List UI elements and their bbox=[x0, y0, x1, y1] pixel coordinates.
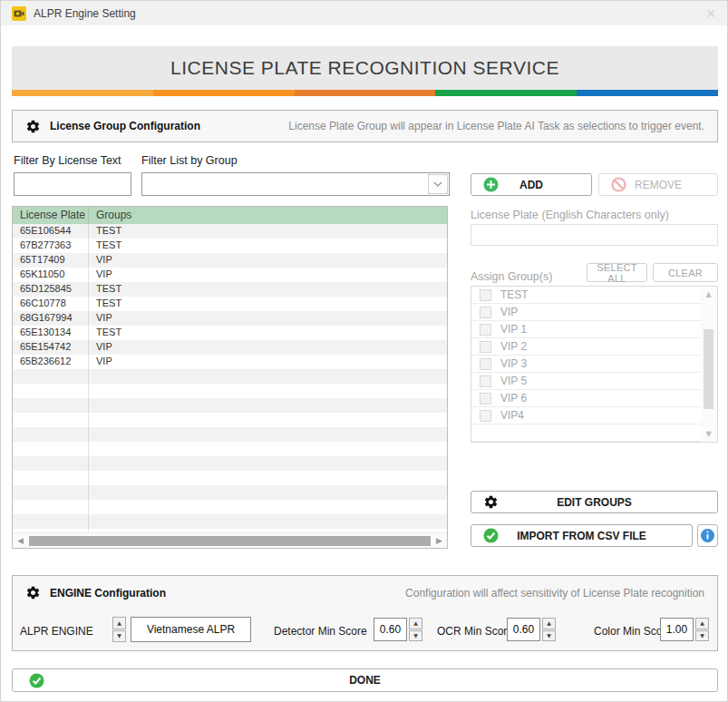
spinner-down-icon[interactable]: ▼ bbox=[695, 630, 709, 642]
add-button[interactable]: ADD bbox=[471, 173, 592, 196]
vertical-scrollbar[interactable]: ▲ ▼ bbox=[701, 288, 716, 441]
checkbox-icon[interactable] bbox=[480, 410, 491, 422]
scroll-left-icon[interactable]: ◀ bbox=[15, 536, 25, 545]
table-row[interactable] bbox=[13, 398, 447, 413]
table-row[interactable] bbox=[13, 427, 447, 442]
spinner-down-icon[interactable]: ▼ bbox=[112, 630, 126, 643]
group-option[interactable]: VIP 6 bbox=[471, 390, 701, 407]
engine-section-header: ENGINE Configuration Configuration will … bbox=[13, 576, 717, 600]
filter-group-dropdown[interactable] bbox=[141, 172, 450, 196]
edit-groups-button[interactable]: EDIT GROUPS bbox=[471, 491, 718, 513]
table-row[interactable]: 65B236612VIP bbox=[13, 355, 447, 369]
remove-button-label: REMOVE bbox=[635, 179, 682, 191]
cell-license-plate bbox=[13, 384, 89, 398]
cell-license-plate bbox=[13, 500, 89, 514]
scrollbar-thumb[interactable] bbox=[29, 536, 431, 546]
spinner-up-icon[interactable]: ▲ bbox=[112, 617, 126, 629]
group-option[interactable]: VIP 2 bbox=[471, 338, 701, 356]
spinner-up-icon[interactable]: ▲ bbox=[695, 618, 709, 629]
info-button[interactable] bbox=[697, 524, 718, 547]
table-row[interactable] bbox=[13, 471, 447, 485]
table-row[interactable]: 65D125845TEST bbox=[13, 282, 447, 297]
scroll-down-icon[interactable]: ▼ bbox=[701, 430, 716, 438]
group-option-label: VIP 1 bbox=[500, 323, 527, 336]
cell-license-plate bbox=[13, 471, 89, 485]
table-row[interactable]: 66C10778TEST bbox=[13, 297, 447, 311]
table-row[interactable]: 65E106544TEST bbox=[13, 224, 447, 239]
cell-license-plate: 65E106544 bbox=[13, 224, 89, 239]
table-row[interactable] bbox=[13, 456, 447, 471]
horizontal-scrollbar[interactable]: ◀ ▶ bbox=[13, 532, 447, 548]
assign-groups-list[interactable]: TESTVIPVIP 1VIP 2VIP 3VIP 5VIP 6VIP4 ▲ ▼ bbox=[471, 286, 718, 443]
license-plate-input[interactable] bbox=[471, 224, 718, 246]
done-button[interactable]: DONE bbox=[12, 668, 718, 692]
alpr-engine-value[interactable]: Vietnamese ALPR bbox=[131, 617, 251, 642]
cell-license-plate bbox=[13, 398, 89, 413]
detector-min-score-value[interactable]: 0.60 bbox=[374, 618, 407, 641]
checkbox-icon[interactable] bbox=[480, 289, 491, 301]
group-option[interactable]: VIP 5 bbox=[471, 373, 701, 390]
spinner-down-icon[interactable]: ▼ bbox=[542, 630, 556, 642]
gear-icon bbox=[25, 585, 41, 600]
table-row[interactable] bbox=[13, 514, 447, 529]
scroll-right-icon[interactable]: ▶ bbox=[434, 536, 444, 545]
table-row[interactable] bbox=[13, 369, 447, 384]
spinner-up-icon[interactable]: ▲ bbox=[542, 618, 556, 629]
cell-groups bbox=[89, 384, 447, 398]
cell-license-plate: 65D125845 bbox=[13, 282, 89, 297]
ocr-min-score-text: 0.60 bbox=[513, 623, 534, 636]
section-title: License Group Configuration bbox=[50, 120, 200, 132]
cell-groups: TEST bbox=[89, 282, 447, 297]
import-csv-label: IMPORT FROM CSV FILE bbox=[517, 530, 646, 542]
add-button-label: ADD bbox=[519, 179, 543, 191]
import-csv-button[interactable]: IMPORT FROM CSV FILE bbox=[471, 524, 693, 547]
table-row[interactable] bbox=[13, 413, 447, 427]
checkbox-icon[interactable] bbox=[480, 307, 491, 318]
cell-groups: VIP bbox=[89, 253, 447, 268]
scrollbar-thumb[interactable] bbox=[704, 329, 713, 409]
table-row[interactable]: 65T17409VIP bbox=[13, 253, 447, 268]
clear-button[interactable]: CLEAR bbox=[653, 263, 718, 282]
table-row[interactable] bbox=[13, 500, 447, 514]
license-plate-table[interactable]: License Plate Groups 65E106544TEST67B277… bbox=[12, 206, 448, 549]
table-row[interactable] bbox=[13, 384, 447, 398]
checkbox-icon[interactable] bbox=[480, 324, 491, 336]
table-row[interactable]: 67B277363TEST bbox=[13, 239, 447, 253]
table-row[interactable]: 65K11050VIP bbox=[13, 268, 447, 282]
filter-text-input[interactable] bbox=[14, 172, 131, 196]
titlebar: ALPR Engine Setting ✕ bbox=[1, 1, 727, 25]
cell-groups: VIP bbox=[89, 268, 447, 282]
column-header-license-plate[interactable]: License Plate bbox=[13, 207, 89, 224]
color-min-score-value[interactable]: 1.00 bbox=[660, 618, 694, 641]
checkbox-icon[interactable] bbox=[480, 393, 491, 405]
remove-button[interactable]: REMOVE bbox=[598, 173, 718, 196]
ocr-min-score-value[interactable]: 0.60 bbox=[507, 618, 540, 641]
section-description: Configuration will affect sensitivity of… bbox=[405, 587, 704, 600]
cell-groups bbox=[89, 471, 447, 485]
group-option[interactable]: TEST bbox=[471, 287, 701, 304]
dropdown-button[interactable] bbox=[428, 174, 448, 194]
check-circle-icon bbox=[483, 528, 499, 543]
select-all-label: SELECT ALL bbox=[587, 262, 646, 284]
table-row[interactable] bbox=[13, 442, 447, 456]
group-option[interactable]: VIP 1 bbox=[471, 321, 701, 338]
scroll-up-icon[interactable]: ▲ bbox=[701, 290, 716, 298]
table-row[interactable]: 65E130134TEST bbox=[13, 326, 447, 340]
table-row[interactable] bbox=[13, 485, 447, 500]
select-all-button[interactable]: SELECT ALL bbox=[587, 263, 647, 282]
info-icon bbox=[701, 529, 714, 542]
cell-license-plate bbox=[13, 456, 89, 471]
group-option-label: VIP 6 bbox=[500, 392, 527, 405]
close-icon[interactable]: ✕ bbox=[705, 7, 716, 20]
checkbox-icon[interactable] bbox=[480, 341, 491, 353]
table-row[interactable]: 65E154742VIP bbox=[13, 340, 447, 355]
group-option[interactable]: VIP4 bbox=[471, 407, 701, 424]
table-row[interactable]: 68G167994VIP bbox=[13, 311, 447, 326]
column-header-groups[interactable]: Groups bbox=[89, 207, 447, 224]
group-option[interactable]: VIP 3 bbox=[471, 356, 701, 373]
spinner-up-icon[interactable]: ▲ bbox=[409, 618, 422, 629]
group-option[interactable]: VIP bbox=[471, 304, 701, 321]
spinner-down-icon[interactable]: ▼ bbox=[409, 630, 422, 642]
checkbox-icon[interactable] bbox=[480, 358, 491, 370]
checkbox-icon[interactable] bbox=[480, 375, 491, 387]
